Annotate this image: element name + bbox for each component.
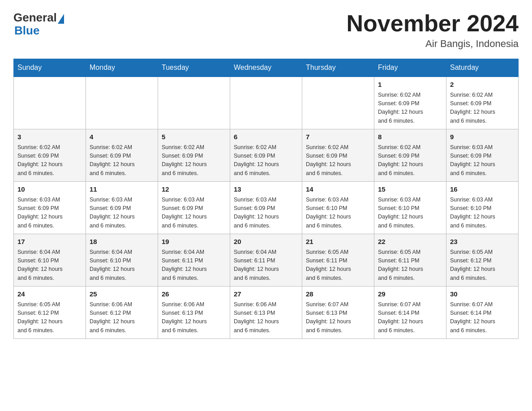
weekday-header-saturday: Saturday — [446, 59, 519, 77]
calendar-week-row: 17Sunrise: 6:04 AMSunset: 6:10 PMDayligh… — [14, 234, 519, 287]
day-info: Sunrise: 6:02 AMSunset: 6:09 PMDaylight:… — [306, 143, 370, 178]
day-info: Sunrise: 6:02 AMSunset: 6:09 PMDaylight:… — [378, 143, 442, 178]
day-number: 8 — [378, 132, 442, 142]
calendar-cell: 16Sunrise: 6:03 AMSunset: 6:10 PMDayligh… — [446, 182, 519, 234]
day-number: 24 — [17, 289, 82, 300]
logo: General — [13, 11, 65, 25]
weekday-header-monday: Monday — [86, 59, 158, 77]
logo-general: General — [13, 11, 57, 25]
day-number: 5 — [162, 132, 226, 142]
day-number: 19 — [162, 237, 226, 247]
calendar-cell — [230, 77, 302, 129]
day-info: Sunrise: 6:02 AMSunset: 6:09 PMDaylight:… — [450, 91, 515, 126]
day-info: Sunrise: 6:02 AMSunset: 6:09 PMDaylight:… — [378, 91, 442, 126]
day-info: Sunrise: 6:03 AMSunset: 6:09 PMDaylight:… — [162, 196, 226, 231]
day-number: 15 — [378, 184, 442, 195]
day-info: Sunrise: 6:02 AMSunset: 6:09 PMDaylight:… — [162, 143, 226, 178]
calendar-week-row: 1Sunrise: 6:02 AMSunset: 6:09 PMDaylight… — [14, 77, 519, 129]
calendar-cell: 11Sunrise: 6:03 AMSunset: 6:09 PMDayligh… — [86, 182, 158, 234]
weekday-header-sunday: Sunday — [14, 59, 86, 77]
day-number: 14 — [306, 184, 370, 195]
calendar-cell: 10Sunrise: 6:03 AMSunset: 6:09 PMDayligh… — [14, 182, 86, 234]
calendar-cell — [302, 77, 374, 129]
location-title: Air Bangis, Indonesia — [347, 38, 519, 50]
calendar-cell: 21Sunrise: 6:05 AMSunset: 6:11 PMDayligh… — [302, 234, 374, 287]
calendar-cell: 24Sunrise: 6:05 AMSunset: 6:12 PMDayligh… — [14, 287, 86, 339]
day-info: Sunrise: 6:04 AMSunset: 6:10 PMDaylight:… — [17, 248, 82, 283]
calendar-cell: 28Sunrise: 6:07 AMSunset: 6:13 PMDayligh… — [302, 287, 374, 339]
day-number: 9 — [450, 132, 515, 142]
day-info: Sunrise: 6:04 AMSunset: 6:11 PMDaylight:… — [234, 248, 298, 283]
calendar-cell: 6Sunrise: 6:02 AMSunset: 6:09 PMDaylight… — [230, 129, 302, 182]
day-info: Sunrise: 6:03 AMSunset: 6:10 PMDaylight:… — [378, 196, 442, 231]
calendar-cell: 29Sunrise: 6:07 AMSunset: 6:14 PMDayligh… — [374, 287, 446, 339]
page-header: General Blue November 2024 Air Bangis, I… — [13, 11, 519, 50]
day-number: 1 — [378, 80, 442, 90]
day-info: Sunrise: 6:02 AMSunset: 6:09 PMDaylight:… — [90, 143, 154, 178]
day-info: Sunrise: 6:05 AMSunset: 6:12 PMDaylight:… — [450, 248, 515, 283]
logo-triangle-icon — [58, 14, 64, 24]
weekday-header-wednesday: Wednesday — [230, 59, 302, 77]
calendar-cell: 23Sunrise: 6:05 AMSunset: 6:12 PMDayligh… — [446, 234, 519, 287]
calendar-cell: 26Sunrise: 6:06 AMSunset: 6:13 PMDayligh… — [158, 287, 230, 339]
calendar-cell: 3Sunrise: 6:02 AMSunset: 6:09 PMDaylight… — [14, 129, 86, 182]
day-number: 7 — [306, 132, 370, 142]
day-number: 30 — [450, 289, 515, 300]
day-info: Sunrise: 6:04 AMSunset: 6:11 PMDaylight:… — [162, 248, 226, 283]
day-info: Sunrise: 6:03 AMSunset: 6:10 PMDaylight:… — [450, 196, 515, 231]
day-info: Sunrise: 6:02 AMSunset: 6:09 PMDaylight:… — [17, 143, 82, 178]
logo-blue: Blue — [14, 24, 39, 38]
day-number: 12 — [162, 184, 226, 195]
day-info: Sunrise: 6:06 AMSunset: 6:12 PMDaylight:… — [90, 300, 154, 335]
day-number: 13 — [234, 184, 298, 195]
day-number: 6 — [234, 132, 298, 142]
calendar-cell: 12Sunrise: 6:03 AMSunset: 6:09 PMDayligh… — [158, 182, 230, 234]
weekday-header-friday: Friday — [374, 59, 446, 77]
calendar-cell: 2Sunrise: 6:02 AMSunset: 6:09 PMDaylight… — [446, 77, 519, 129]
calendar-cell: 1Sunrise: 6:02 AMSunset: 6:09 PMDaylight… — [374, 77, 446, 129]
calendar-cell: 5Sunrise: 6:02 AMSunset: 6:09 PMDaylight… — [158, 129, 230, 182]
calendar-cell: 17Sunrise: 6:04 AMSunset: 6:10 PMDayligh… — [14, 234, 86, 287]
day-number: 10 — [17, 184, 82, 195]
calendar-cell: 20Sunrise: 6:04 AMSunset: 6:11 PMDayligh… — [230, 234, 302, 287]
day-info: Sunrise: 6:03 AMSunset: 6:09 PMDaylight:… — [450, 143, 515, 178]
weekday-header-tuesday: Tuesday — [158, 59, 230, 77]
day-info: Sunrise: 6:04 AMSunset: 6:10 PMDaylight:… — [90, 248, 154, 283]
weekday-header-row: SundayMondayTuesdayWednesdayThursdayFrid… — [14, 59, 519, 77]
day-info: Sunrise: 6:05 AMSunset: 6:11 PMDaylight:… — [306, 248, 370, 283]
calendar-cell: 30Sunrise: 6:07 AMSunset: 6:14 PMDayligh… — [446, 287, 519, 339]
day-number: 28 — [306, 289, 370, 300]
calendar-cell: 8Sunrise: 6:02 AMSunset: 6:09 PMDaylight… — [374, 129, 446, 182]
day-number: 25 — [90, 289, 154, 300]
day-number: 26 — [162, 289, 226, 300]
day-number: 3 — [17, 132, 82, 142]
calendar-cell: 18Sunrise: 6:04 AMSunset: 6:10 PMDayligh… — [86, 234, 158, 287]
calendar-cell — [14, 77, 86, 129]
calendar-table: SundayMondayTuesdayWednesdayThursdayFrid… — [13, 59, 519, 339]
calendar-cell: 13Sunrise: 6:03 AMSunset: 6:09 PMDayligh… — [230, 182, 302, 234]
calendar-cell: 27Sunrise: 6:06 AMSunset: 6:13 PMDayligh… — [230, 287, 302, 339]
logo-area: General Blue — [13, 11, 65, 38]
day-number: 23 — [450, 237, 515, 247]
calendar-week-row: 3Sunrise: 6:02 AMSunset: 6:09 PMDaylight… — [14, 129, 519, 182]
weekday-header-thursday: Thursday — [302, 59, 374, 77]
day-number: 2 — [450, 80, 515, 90]
day-info: Sunrise: 6:05 AMSunset: 6:12 PMDaylight:… — [17, 300, 82, 335]
day-number: 18 — [90, 237, 154, 247]
calendar-cell — [86, 77, 158, 129]
day-number: 11 — [90, 184, 154, 195]
calendar-week-row: 24Sunrise: 6:05 AMSunset: 6:12 PMDayligh… — [14, 287, 519, 339]
title-area: November 2024 Air Bangis, Indonesia — [347, 11, 519, 50]
day-number: 20 — [234, 237, 298, 247]
calendar-cell: 4Sunrise: 6:02 AMSunset: 6:09 PMDaylight… — [86, 129, 158, 182]
day-info: Sunrise: 6:03 AMSunset: 6:09 PMDaylight:… — [234, 196, 298, 231]
day-info: Sunrise: 6:06 AMSunset: 6:13 PMDaylight:… — [162, 300, 226, 335]
day-number: 29 — [378, 289, 442, 300]
day-info: Sunrise: 6:02 AMSunset: 6:09 PMDaylight:… — [234, 143, 298, 178]
day-info: Sunrise: 6:07 AMSunset: 6:14 PMDaylight:… — [378, 300, 442, 335]
calendar-cell: 15Sunrise: 6:03 AMSunset: 6:10 PMDayligh… — [374, 182, 446, 234]
day-number: 27 — [234, 289, 298, 300]
calendar-cell: 22Sunrise: 6:05 AMSunset: 6:11 PMDayligh… — [374, 234, 446, 287]
calendar-cell: 7Sunrise: 6:02 AMSunset: 6:09 PMDaylight… — [302, 129, 374, 182]
day-info: Sunrise: 6:07 AMSunset: 6:14 PMDaylight:… — [450, 300, 515, 335]
